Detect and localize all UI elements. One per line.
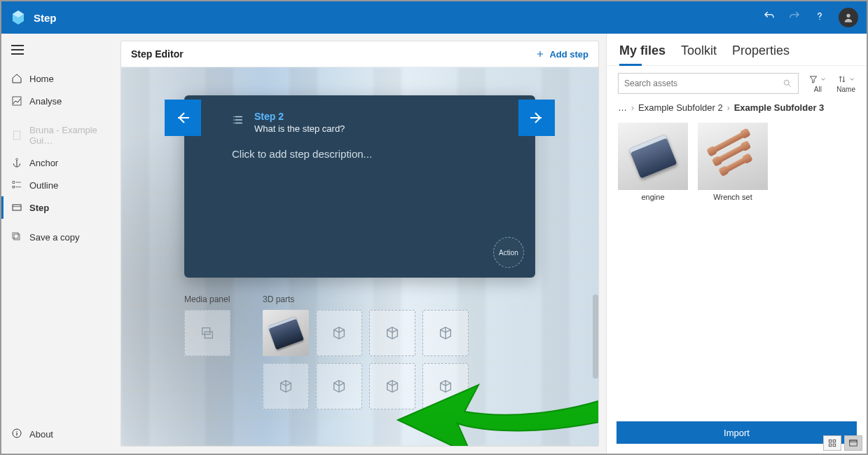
info-icon [11, 428, 22, 441]
sidebar-item-about[interactable]: About [1, 421, 113, 448]
undo-icon[interactable] [763, 10, 776, 25]
svg-point-0 [846, 14, 850, 18]
image-stack-icon [200, 325, 215, 341]
panel-view-button[interactable] [844, 435, 862, 451]
next-step-button[interactable] [518, 100, 555, 136]
grid-icon [827, 438, 837, 448]
asset-label: Wrench set [713, 193, 752, 201]
part-slot-empty[interactable] [369, 363, 415, 409]
view-toggle [823, 435, 862, 451]
svg-rect-18 [850, 440, 857, 442]
action-chip[interactable]: Action [493, 237, 524, 268]
media-slot[interactable] [184, 310, 230, 356]
step-card[interactable]: Step 2 What is the step card? Click to a… [184, 95, 535, 278]
step-list-icon [232, 114, 244, 126]
breadcrumb-item[interactable]: Example Subfolder 3 [734, 102, 825, 113]
user-avatar[interactable] [839, 8, 858, 27]
app-title: Step [34, 12, 57, 24]
previous-step-button[interactable] [165, 100, 201, 136]
save-copy-icon [11, 231, 22, 243]
search-field[interactable] [624, 79, 783, 88]
search-input[interactable] [618, 73, 799, 94]
part-slot-empty[interactable] [422, 363, 469, 409]
sidebar-item-analyse[interactable]: Analyse [1, 90, 113, 112]
add-step-label: Add step [549, 49, 588, 60]
breadcrumb-item[interactable]: Example Subfolder 2 [638, 102, 723, 113]
filter-button[interactable]: All [808, 74, 827, 93]
chevron-right-icon: › [727, 103, 730, 113]
chevron-down-icon [848, 76, 855, 83]
import-button[interactable]: Import [616, 421, 857, 444]
svg-rect-13 [829, 440, 832, 442]
anchor-icon [11, 157, 22, 168]
chevron-right-icon: › [631, 103, 634, 113]
search-icon [783, 79, 792, 88]
sidebar-item-label: Outline [29, 180, 58, 191]
svg-rect-8 [13, 233, 18, 238]
cube-icon [385, 379, 400, 394]
chevron-down-icon [820, 76, 827, 83]
sidebar-item-document[interactable]: Bruna - Example Gui… [1, 119, 113, 151]
hamburger-icon[interactable] [1, 39, 113, 63]
sidebar-item-label: Step [29, 203, 49, 213]
tab-label: My files [619, 43, 666, 57]
sort-icon [837, 74, 847, 84]
svg-rect-14 [833, 440, 836, 442]
svg-rect-11 [205, 332, 212, 338]
svg-rect-17 [850, 440, 857, 446]
add-step-button[interactable]: Add step [535, 49, 588, 60]
sidebar-item-label: Bruna - Example Gui… [29, 125, 104, 146]
app-logo-icon [10, 9, 27, 26]
right-rail: My files Toolkit Properties All [606, 34, 867, 454]
tab-label: Properties [732, 43, 790, 57]
step-description-input[interactable]: Click to add step description... [232, 148, 516, 160]
sidebar-item-save-copy[interactable]: Save a copy [1, 226, 113, 248]
cube-icon [385, 325, 400, 341]
cube-icon [331, 325, 347, 341]
part-slot-empty[interactable] [316, 363, 362, 409]
sort-button[interactable]: Name [836, 74, 855, 93]
svg-point-12 [785, 80, 790, 85]
sidebar-item-anchor[interactable]: Anchor [1, 151, 113, 174]
scrollbar-thumb[interactable] [593, 294, 598, 379]
part-slot-empty[interactable] [369, 310, 415, 356]
editor-title: Step Editor [131, 48, 184, 60]
redo-icon[interactable] [788, 10, 801, 25]
shell: Home Analyse Bruna - Example Gui… Anchor… [1, 34, 867, 454]
sidebar-item-outline[interactable]: Outline [1, 174, 113, 196]
arrow-left-icon [174, 109, 191, 126]
editor-stage: Step 2 What is the step card? Click to a… [121, 67, 598, 446]
part-slot-empty[interactable] [316, 310, 362, 356]
asset-label: engine [641, 193, 664, 201]
titlebar: Step [1, 1, 867, 34]
svg-rect-4 [13, 182, 15, 184]
asset-item-engine[interactable]: engine [618, 123, 688, 201]
tab-properties[interactable]: Properties [732, 43, 790, 65]
sidebar-item-label: Analyse [29, 96, 62, 107]
plus-icon [535, 49, 545, 59]
step-title: Step 2 [254, 111, 345, 122]
part-slot-empty[interactable] [422, 310, 469, 356]
tab-my-files[interactable]: My files [619, 43, 666, 65]
wrenches-thumbnail-icon [708, 135, 757, 177]
asset-grid: engine Wrench set [607, 117, 867, 207]
breadcrumb-root[interactable]: … [618, 102, 627, 113]
help-icon[interactable] [813, 10, 826, 25]
filter-icon [808, 74, 818, 84]
part-slot-filled[interactable] [263, 310, 309, 356]
svg-rect-15 [829, 444, 832, 447]
sidebar-item-step[interactable]: Step [1, 196, 113, 219]
svg-rect-1 [13, 97, 21, 105]
svg-rect-7 [14, 234, 20, 240]
outline-icon [11, 179, 22, 191]
asset-item-wrenches[interactable]: Wrench set [698, 123, 768, 201]
arrow-right-icon [528, 109, 545, 126]
part-slot-empty[interactable] [263, 363, 309, 409]
svg-rect-10 [202, 328, 210, 334]
sidebar-item-home[interactable]: Home [1, 67, 113, 90]
grid-view-button[interactable] [823, 435, 841, 451]
sidebar-item-label: About [29, 429, 53, 440]
breadcrumb: … › Example Subfolder 2 › Example Subfol… [607, 98, 867, 117]
tab-toolkit[interactable]: Toolkit [681, 43, 717, 65]
editor-area: Step Editor Add step [113, 34, 606, 454]
